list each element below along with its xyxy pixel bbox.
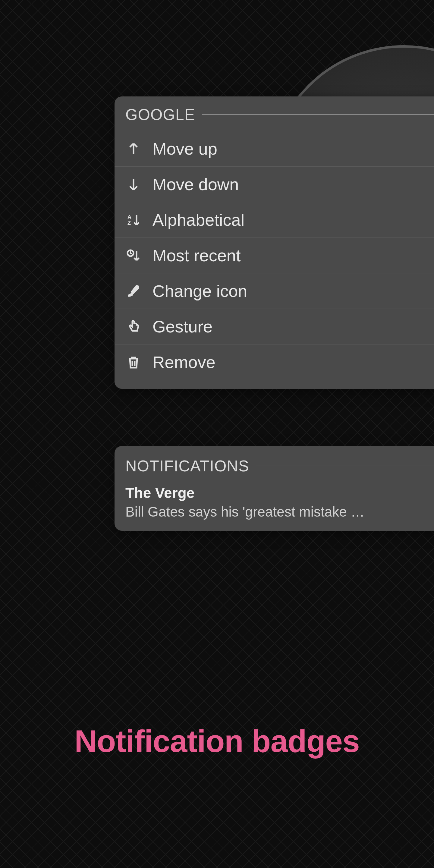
sort-az-icon: A Z	[125, 212, 142, 228]
menu-title: GOOGLE	[125, 105, 195, 124]
menu-header-divider	[202, 114, 434, 115]
arrow-down-icon	[125, 176, 142, 193]
notifications-panel: NOTIFICATIONS The Verge Bill Gates says …	[115, 446, 434, 531]
menu-item-label: Move up	[153, 139, 217, 158]
hand-pointer-icon	[125, 318, 142, 335]
notifications-header-divider	[256, 466, 434, 466]
arrow-up-icon	[125, 141, 142, 157]
promo-caption: Notification badges	[0, 723, 434, 759]
menu-item-move-up[interactable]: Move up	[115, 131, 434, 166]
notification-item[interactable]: The Verge Bill Gates says his 'greatest …	[125, 485, 434, 520]
menu-item-remove[interactable]: Remove	[115, 344, 434, 380]
menu-item-label: Gesture	[153, 317, 213, 336]
svg-text:A: A	[127, 214, 131, 220]
brush-icon	[125, 283, 142, 299]
notification-text: The Verge Bill Gates says his 'greatest …	[125, 485, 429, 520]
sort-recent-icon	[125, 247, 142, 264]
menu-item-label: Move down	[153, 175, 239, 194]
menu-item-label: Alphabetical	[153, 210, 244, 230]
notification-source: The Verge	[125, 485, 429, 501]
notification-body: Bill Gates says his 'greatest mistake …	[125, 504, 429, 520]
svg-text:Z: Z	[127, 220, 131, 226]
menu-item-gesture[interactable]: Gesture	[115, 309, 434, 344]
menu-item-label: Most recent	[153, 246, 241, 265]
notifications-title: NOTIFICATIONS	[125, 457, 249, 475]
notifications-header: NOTIFICATIONS	[125, 457, 434, 475]
context-menu-panel: GOOGLE Move up Move down A Z Alphabetica…	[115, 96, 434, 389]
menu-item-most-recent[interactable]: Most recent	[115, 238, 434, 273]
menu-item-label: Change icon	[153, 281, 247, 301]
trash-icon	[125, 354, 142, 370]
menu-item-change-icon[interactable]: Change icon	[115, 273, 434, 309]
menu-item-alphabetical[interactable]: A Z Alphabetical	[115, 202, 434, 238]
menu-item-move-down[interactable]: Move down	[115, 166, 434, 202]
menu-item-label: Remove	[153, 352, 216, 372]
menu-header: GOOGLE	[115, 105, 434, 131]
